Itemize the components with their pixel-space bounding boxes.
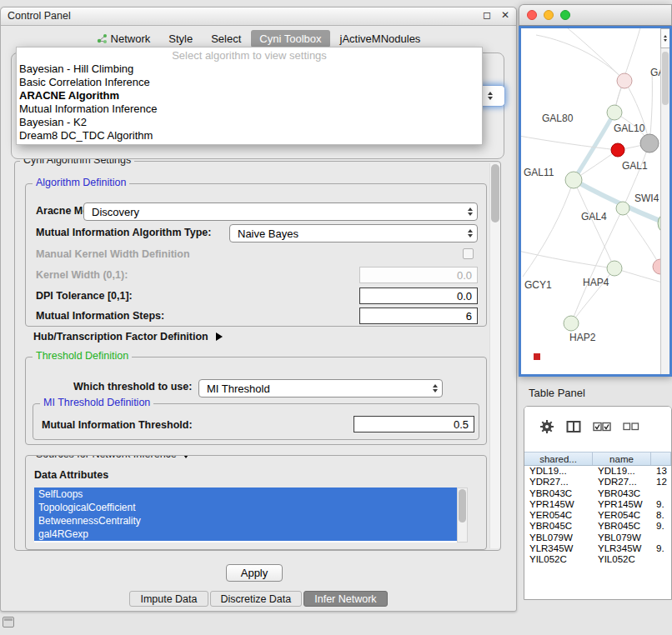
control-panel-titlebar[interactable]: Control Panel ◻ ✕ <box>1 8 516 26</box>
network-edge[interactable] <box>523 180 574 277</box>
attributes-scrollbar-thumb[interactable] <box>459 489 466 522</box>
sources-group-title[interactable]: Sources for Network Inference <box>33 455 193 460</box>
close-traffic-light-icon[interactable] <box>527 10 537 20</box>
network-scrollbar[interactable] <box>660 28 669 374</box>
network-edge[interactable] <box>614 28 641 112</box>
network-node[interactable] <box>564 316 579 331</box>
table-cell: YPR145W <box>593 499 651 510</box>
table-cell <box>651 554 671 565</box>
aracne-mode-select[interactable]: Discovery <box>83 202 478 221</box>
node-label: SWI4 <box>634 192 659 204</box>
network-node[interactable] <box>640 134 659 152</box>
table-cell <box>651 488 671 499</box>
panel-dock-icon[interactable] <box>3 617 14 628</box>
which-threshold-select[interactable]: MI Threshold <box>198 379 443 398</box>
kernel-width-input[interactable]: 0.0 <box>359 267 478 283</box>
table-row[interactable]: YLR345WYLR345W9. <box>524 543 671 554</box>
manual-kernel-width-checkbox[interactable] <box>463 248 474 259</box>
table-row[interactable]: YBL079WYBL079W <box>524 532 671 543</box>
dpi-tolerance-input[interactable]: 0.0 <box>359 288 478 304</box>
float-window-icon[interactable]: ◻ <box>481 9 493 21</box>
table-row[interactable]: YIL052CYIL052C <box>524 554 671 565</box>
hub-definition-toggle[interactable]: Hub/Transcription Factor Definition <box>33 331 223 342</box>
table-toolbar <box>524 407 671 447</box>
combo-down-arrow-icon <box>488 97 493 100</box>
table-row[interactable]: YBR045CYBR045C9. <box>524 521 671 532</box>
table-row[interactable]: YBR043CYBR043C <box>524 488 671 499</box>
gear-icon[interactable] <box>539 419 554 434</box>
menu-item-aracne-algorithm[interactable]: ARACNE Algorithm <box>17 89 482 102</box>
attribute-item-gal4rgexp[interactable]: gal4RGexp <box>34 528 457 541</box>
network-edge[interactable] <box>568 28 624 81</box>
kernel-width-label: Kernel Width (0,1): <box>36 269 128 281</box>
column-header[interactable]: shared... <box>524 452 593 465</box>
bottom-tab-discretize-data[interactable]: Discretize Data <box>210 591 303 607</box>
network-window-titlebar[interactable] <box>519 4 672 26</box>
table-panel-title: Table Panel <box>529 387 585 399</box>
menu-item-basic-correlation-inference[interactable]: Basic Correlation Inference <box>17 76 482 89</box>
table-cell: 9. <box>651 543 671 554</box>
network-edge[interactable] <box>521 135 618 150</box>
network-node[interactable] <box>607 261 622 276</box>
network-edge[interactable] <box>574 112 614 180</box>
tab-label: Cyni Toolbox <box>259 32 321 45</box>
node-label: HAP4 <box>583 277 609 288</box>
mi-steps-label: Mutual Information Steps: <box>36 310 164 322</box>
attribute-item-selfloops[interactable]: SelfLoops <box>34 488 457 501</box>
bottom-tab-infer-network[interactable]: Infer Network <box>303 591 387 607</box>
column-header[interactable]: name <box>593 452 651 465</box>
mi-threshold-input[interactable]: 0.5 <box>354 416 474 432</box>
table-row[interactable]: YER054CYER054C8. <box>524 510 671 521</box>
tab-style[interactable]: Style <box>160 30 201 48</box>
unchecked-columns-icon[interactable] <box>623 422 639 431</box>
table-cell: YDR27... <box>593 477 651 488</box>
network-edge[interactable] <box>536 35 624 81</box>
table-row[interactable]: YDR27...YDR27...12 <box>524 477 671 488</box>
node-label: GAL80 <box>542 112 574 124</box>
table-row[interactable]: YPR145WYPR145W9. <box>524 499 671 510</box>
table-body: YDL19...YDL19...13YDR27...YDR27...12YBR0… <box>524 466 671 599</box>
scrollbar-arrows-icon[interactable] <box>660 28 670 48</box>
tab-cyni-toolbox[interactable]: Cyni Toolbox <box>251 30 329 48</box>
network-canvas[interactable]: GALGAL80GAL10GAL11GAL1SWI4GAL4GCY1HAP4YH… <box>519 26 672 377</box>
mi-threshold-value: 0.5 <box>454 418 469 431</box>
tab-network[interactable]: Network <box>88 30 159 48</box>
settings-scrollbar-thumb[interactable] <box>491 164 499 222</box>
selection-marker[interactable] <box>534 353 540 360</box>
zoom-traffic-light-icon[interactable] <box>560 10 570 20</box>
network-graph[interactable]: GALGAL80GAL10GAL11GAL1SWI4GAL4GCY1HAP4YH… <box>521 28 663 374</box>
column-header[interactable] <box>651 452 671 465</box>
network-edge[interactable] <box>649 72 652 143</box>
close-window-icon[interactable]: ✕ <box>499 9 511 21</box>
table-cell: YDL19... <box>593 466 651 477</box>
checked-columns-icon[interactable] <box>593 422 611 432</box>
network-node[interactable] <box>565 172 582 188</box>
tab-jactivemnodules[interactable]: jActiveMNodules <box>332 30 429 48</box>
menu-item-bayesian-k2[interactable]: Bayesian - K2 <box>17 116 482 129</box>
attribute-item-topologicalcoefficient[interactable]: TopologicalCoefficient <box>34 501 457 514</box>
mi-steps-input[interactable]: 6 <box>359 308 478 324</box>
window-controls: ◻ ✕ <box>481 9 511 21</box>
apply-button[interactable]: Apply <box>226 564 283 582</box>
network-node[interactable] <box>611 143 624 157</box>
table-cell: YBL079W <box>524 532 593 543</box>
columns-icon[interactable] <box>566 420 581 433</box>
bottom-tab-impute-data[interactable]: Impute Data <box>129 591 208 607</box>
attribute-item-betweennesscentrality[interactable]: BetweennessCentrality <box>34 514 457 528</box>
table-row[interactable]: YDL19...YDL19...13 <box>524 466 671 477</box>
threshold-definition-title: Threshold Definition <box>33 350 132 362</box>
menu-item-dream8-dc-tdc-algorithm[interactable]: Dream8 DC_TDC Algorithm <box>17 129 482 142</box>
attributes-scrollbar[interactable] <box>457 488 468 542</box>
network-node[interactable] <box>607 105 622 120</box>
settings-scrollbar[interactable] <box>489 163 500 548</box>
data-attributes-list[interactable]: SelfLoopsTopologicalCoefficientBetweenne… <box>34 488 457 542</box>
network-node[interactable] <box>617 73 632 88</box>
menu-item-bayesian-hill-climbing[interactable]: Bayesian - Hill Climbing <box>17 62 482 76</box>
node-label: GCY1 <box>524 279 552 291</box>
network-node[interactable] <box>616 202 629 215</box>
minimize-traffic-light-icon[interactable] <box>544 10 554 20</box>
tab-select[interactable]: Select <box>203 30 249 48</box>
network-scrollbar-thumb[interactable] <box>662 52 669 105</box>
mi-algorithm-type-select[interactable]: Naive Bayes <box>229 224 478 242</box>
menu-item-mutual-information-inference[interactable]: Mutual Information Inference <box>17 102 482 116</box>
